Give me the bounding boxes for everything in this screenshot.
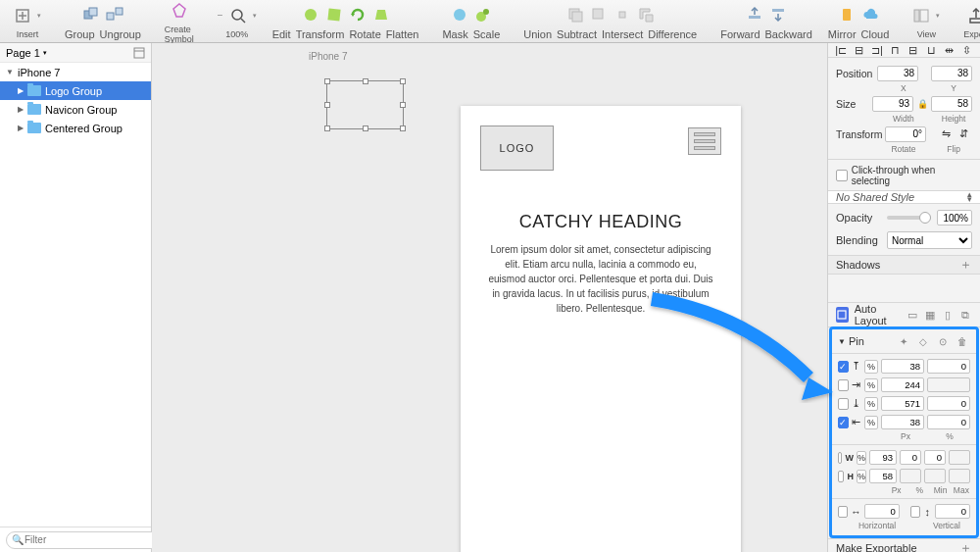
opacity-input[interactable] [937,210,972,226]
clickthrough-checkbox[interactable]: Click-through when selecting [836,165,972,185]
svg-rect-10 [327,8,340,21]
pin-h-check[interactable] [838,471,844,482]
zoom-tool[interactable]: −▾ 100% [218,4,257,39]
blending-select[interactable]: Normal [887,231,972,249]
subtract-icon[interactable] [590,6,608,24]
center-v-check[interactable] [910,506,920,518]
transform-icon[interactable] [325,6,343,24]
artboard-row[interactable]: ▼iPhone 7 [0,63,151,81]
rotate-icon[interactable] [349,6,367,24]
pin-top-pct[interactable] [927,359,970,374]
flatten-icon[interactable] [372,6,390,24]
al-folder-icon[interactable]: ▭ [906,308,919,322]
difference-icon[interactable] [637,6,655,24]
ungroup-icon[interactable] [106,6,123,24]
union-icon[interactable] [566,6,584,24]
pin-trash-icon[interactable]: 🗑 [955,333,970,349]
lorem-text[interactable]: Lorem ipsum dolor sit amet, consectetur … [461,232,741,316]
scale-icon[interactable] [474,6,492,24]
group-tool[interactable]: Group Ungroup [65,3,141,40]
pct-toggle[interactable]: % [864,360,878,374]
lock-aspect-icon[interactable]: 🔒 [917,99,927,109]
page-selector[interactable]: Page 1▾ [0,43,151,63]
mask-icon[interactable] [451,6,468,24]
add-export-icon[interactable]: ＋ [959,539,972,552]
pin-bottom-check[interactable] [838,398,849,410]
align-hcenter-icon[interactable]: ⊟ [852,43,867,57]
pin-left-pct[interactable] [927,415,970,429]
width-input[interactable] [872,96,913,112]
pin-left-check[interactable]: ✓ [838,417,849,428]
arrange: Forward Backward [720,3,812,40]
pin-right-check[interactable] [838,379,849,391]
pos-y-input[interactable] [931,66,972,81]
flip-v-icon[interactable]: ⇵ [956,127,972,141]
align-left-icon[interactable]: |⊏ [833,43,849,57]
artboard[interactable]: LOGO CATCHY HEADING Lorem ipsum dolor si… [461,106,741,552]
distribute-v-icon[interactable]: ⇳ [959,43,975,57]
pin-bottom-pct[interactable] [927,396,970,411]
pin-right-px[interactable] [881,377,924,392]
page-list-icon[interactable] [133,47,145,59]
filter-input[interactable] [6,531,166,549]
export-tool[interactable]: Export [963,4,980,39]
pin-top-check[interactable]: ✓ [838,361,849,373]
al-copy-icon[interactable]: ⧉ [958,308,972,322]
svg-rect-17 [593,9,603,19]
heading-text[interactable]: CATCHY HEADING [461,212,741,232]
layer-row-centered-group[interactable]: ▶Centered Group [0,119,151,137]
align-bottom-icon[interactable]: ⊔ [923,43,939,57]
opacity-slider[interactable] [887,216,931,220]
pin-mode1-icon[interactable]: ✦ [896,333,911,349]
svg-rect-19 [749,16,760,19]
height-input[interactable] [931,96,972,112]
flip-h-icon[interactable]: ⇋ [939,127,955,141]
pin-left-icon: ⇤ [852,416,861,428]
pin-bottom-px[interactable] [881,396,924,411]
pos-x-input[interactable] [877,66,918,81]
logo-element[interactable]: LOGO [480,125,554,171]
cloud-icon[interactable] [861,6,879,24]
svg-point-7 [232,10,242,20]
make-exportable[interactable]: Make Exportable＋ [828,538,980,552]
insert-tool[interactable]: ▾ Insert [14,4,41,39]
pin-h-px[interactable] [869,469,897,483]
canvas[interactable]: LOGO CATCHY HEADING Lorem ipsum dolor si… [152,43,827,552]
align-top-icon[interactable]: ⊓ [887,43,903,57]
layer-row-navicon-group[interactable]: ▶Navicon Group [0,100,151,119]
svg-rect-5 [107,13,114,20]
align-right-icon[interactable]: ⊐| [869,43,885,57]
pin-bottom-icon: ⤓ [852,397,861,410]
pin-w-check[interactable] [838,452,842,464]
intersect-icon[interactable] [613,6,631,24]
add-shadow-icon[interactable]: ＋ [959,256,972,274]
shadows-section[interactable]: Shadows＋ [828,255,980,275]
pin-w-px[interactable] [869,450,897,465]
pin-mode2-icon[interactable]: ◇ [915,333,931,349]
pin-left-px[interactable] [881,415,924,429]
svg-rect-21 [772,9,784,12]
pin-mode3-icon[interactable]: ⊙ [935,333,951,349]
align-vcenter-icon[interactable]: ⊟ [906,43,921,57]
artboard-label[interactable]: iPhone 7 [309,51,347,62]
pin-right-pct[interactable] [927,377,970,392]
shared-style-select[interactable]: No Shared Style▴▾ [828,191,980,204]
edit-icon[interactable] [302,6,319,24]
view-tool[interactable]: ▾ View [912,4,940,39]
pin-top-px[interactable] [881,359,924,374]
layer-row-logo-group[interactable]: ▶Logo Group [0,81,151,100]
auto-layout-icon [836,307,849,323]
backward-icon[interactable] [769,6,787,24]
create-symbol-tool[interactable]: Create Symbol [165,0,194,44]
mirror-icon[interactable] [838,6,856,24]
al-col-icon[interactable]: ▯ [941,308,955,322]
hamburger-element[interactable] [688,127,721,155]
rotate-input[interactable] [885,126,926,142]
forward-icon[interactable] [746,6,763,24]
distribute-h-icon[interactable]: ⇹ [941,43,956,57]
svg-rect-16 [572,12,582,22]
top-toolbar: ▾ Insert Group Ungroup Create Symbol −▾ … [0,0,980,43]
center-h-check[interactable] [838,506,848,518]
al-grid-icon[interactable]: ▦ [923,308,937,322]
mirror-cloud: Mirror Cloud [828,3,889,40]
